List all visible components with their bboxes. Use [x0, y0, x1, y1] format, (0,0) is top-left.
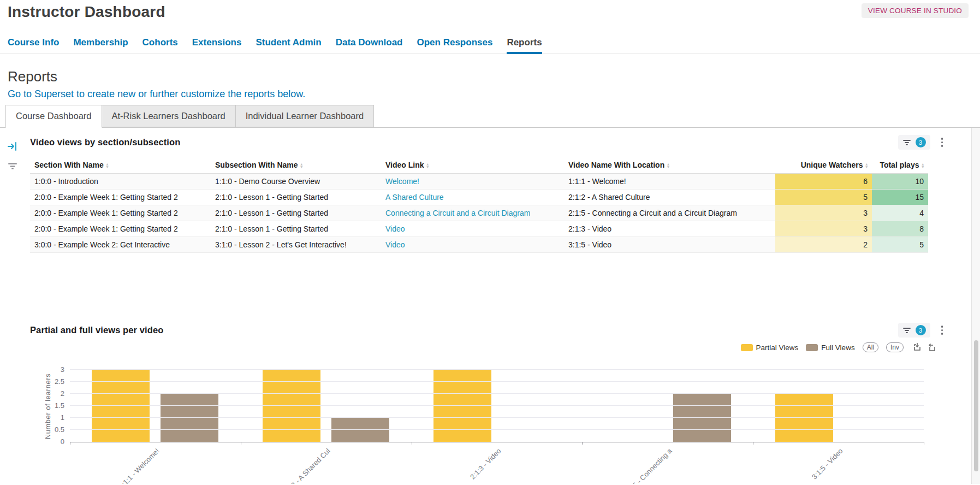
gridline — [70, 381, 924, 382]
superset-link[interactable]: Go to Superset to create new or further … — [8, 88, 305, 100]
video-link-cell: Video — [381, 237, 564, 253]
x-axis-label: 2:1:2 - A Shared Cul — [233, 447, 331, 484]
instructor-nav: Course InfoMembershipCohortsExtensionsSt… — [0, 34, 980, 54]
page-header: Instructor Dashboard VIEW COURSE IN STUD… — [0, 0, 980, 22]
column-header[interactable]: Video Name With Location▴▾ — [564, 157, 775, 174]
chart-card-title: Partial and full views per video — [30, 325, 163, 335]
video-name-cell: 1:1:1 - Welcome! — [564, 174, 775, 190]
legend-item-full-views[interactable]: Full Views — [806, 344, 854, 352]
column-header[interactable]: Section With Name▴▾ — [30, 157, 211, 174]
sort-icon: ▴▾ — [667, 163, 669, 168]
nav-item-data-download[interactable]: Data Download — [336, 34, 403, 54]
video-link[interactable]: Video — [385, 240, 405, 249]
table-row: 2:0:0 - Example Week 1: Getting Started … — [30, 205, 928, 221]
video-link-cell: Video — [381, 221, 564, 237]
more-options-icon[interactable] — [938, 137, 947, 148]
sort-icon: ▴▾ — [106, 163, 109, 168]
unique-watchers-cell: 3 — [775, 205, 872, 221]
partial-full-views-chart-card: Partial and full views per video 3 Parti… — [30, 323, 963, 484]
legend-all-button[interactable]: All — [863, 342, 878, 352]
nav-item-extensions[interactable]: Extensions — [192, 34, 242, 54]
dashboard-body: Video views by section/subsection 3 — [0, 128, 980, 484]
legend-item-partial-views[interactable]: Partial Views — [741, 344, 799, 352]
bar-group — [241, 370, 412, 442]
legend-label: Partial Views — [756, 344, 799, 352]
column-header[interactable]: Unique Watchers▴▾ — [775, 157, 872, 174]
bar-partial-views — [433, 370, 491, 442]
nav-item-course-info[interactable]: Course Info — [8, 34, 59, 54]
legend-inv-button[interactable]: Inv — [886, 342, 904, 352]
x-axis-labels: 1:1:1 - Welcome!2:1:2 - A Shared Cul2:1:… — [70, 442, 924, 484]
dashboard-scrollbar — [971, 128, 980, 484]
view-course-in-studio-button[interactable]: VIEW COURSE IN STUDIO — [862, 3, 969, 18]
bar-partial-views — [263, 370, 320, 442]
total-plays-cell: 15 — [872, 190, 928, 205]
more-options-icon[interactable] — [938, 324, 947, 336]
video-link[interactable]: Connecting a Circuit and a Circuit Diagr… — [385, 209, 530, 217]
column-header[interactable]: Video Link▴▾ — [381, 157, 564, 174]
nav-item-reports[interactable]: Reports — [507, 34, 542, 54]
tab-individual-learner-dashboard[interactable]: Individual Learner Dashboard — [236, 105, 374, 127]
legend-label: Full Views — [821, 344, 854, 352]
tab-course-dashboard[interactable]: Course Dashboard — [5, 105, 102, 128]
bar-group — [582, 394, 753, 442]
section-cell: 1:0:0 - Introduction — [30, 174, 211, 190]
x-tick — [924, 442, 924, 445]
tab-at-risk-learners-dashboard[interactable]: At-Risk Learners Dashboard — [102, 105, 236, 127]
nav-item-membership[interactable]: Membership — [73, 34, 128, 54]
nav-item-cohorts[interactable]: Cohorts — [142, 34, 178, 54]
subsection-cell: 1:1:0 - Demo Course Overview — [211, 174, 381, 190]
chart-legend: Partial ViewsFull Views All Inv — [30, 342, 936, 352]
sort-icon: ▴▾ — [301, 163, 303, 168]
column-header[interactable]: Subsection With Name▴▾ — [211, 157, 381, 174]
column-header[interactable]: Total plays▴▾ — [872, 157, 928, 174]
scrollbar-thumb[interactable] — [974, 340, 978, 471]
filter-count-badge: 3 — [916, 137, 926, 147]
zoom-select-icon[interactable] — [912, 343, 922, 352]
unique-watchers-cell: 2 — [775, 237, 872, 253]
expand-filters-icon[interactable] — [7, 141, 18, 152]
filter-rail — [0, 128, 25, 484]
section-cell: 2:0:0 - Example Week 1: Getting Started … — [30, 205, 211, 221]
video-link[interactable]: Welcome! — [385, 177, 419, 186]
x-axis-label: 2:1:3 - Video — [404, 447, 502, 484]
x-axis-label: 3:1:5 - Video — [746, 447, 844, 484]
video-name-cell: 3:1:5 - Video — [564, 237, 775, 253]
bar-full-views — [161, 394, 218, 442]
y-tick-label: 1 — [61, 413, 64, 422]
page-title: Instructor Dashboard — [8, 3, 969, 21]
table-row: 3:0:0 - Example Week 2: Get Interactive3… — [30, 237, 928, 253]
bar-group — [70, 370, 241, 442]
funnel-icon — [902, 138, 911, 147]
video-name-cell: 2:1:3 - Video — [564, 221, 775, 237]
y-tick-label: 3 — [61, 365, 64, 374]
reports-heading: Reports — [8, 68, 972, 85]
total-plays-cell: 8 — [872, 221, 928, 237]
gridline — [70, 369, 924, 370]
video-link[interactable]: Video — [385, 224, 405, 233]
bar-partial-views — [775, 394, 833, 442]
bar-full-views — [331, 418, 389, 442]
nav-item-student-admin[interactable]: Student Admin — [256, 34, 321, 54]
video-link[interactable]: A Shared Culture — [385, 193, 444, 202]
bar-group — [753, 394, 924, 442]
nav-item-open-responses[interactable]: Open Responses — [417, 34, 493, 54]
unique-watchers-cell: 3 — [775, 221, 872, 237]
video-views-table-card: Video views by section/subsection 3 — [30, 135, 963, 253]
filter-funnel-icon[interactable] — [7, 161, 18, 171]
zoom-reset-icon[interactable] — [927, 343, 936, 352]
gridline — [70, 405, 924, 406]
legend-swatch — [741, 344, 753, 351]
video-name-cell: 2:1:2 - A Shared Culture — [564, 190, 775, 205]
video-name-cell: 2:1:5 - Connecting a Circuit and a Circu… — [564, 205, 775, 221]
dashboard-content: Video views by section/subsection 3 — [25, 128, 971, 484]
sort-icon: ▴▾ — [427, 163, 429, 168]
y-tick-label: 2.5 — [55, 377, 64, 386]
table-card-title: Video views by section/subsection — [30, 137, 180, 147]
table-row: 1:0:0 - Introduction1:1:0 - Demo Course … — [30, 174, 928, 190]
chart-filter-chip[interactable]: 3 — [898, 323, 930, 338]
bar-group — [412, 370, 583, 442]
table-filter-chip[interactable]: 3 — [898, 135, 930, 150]
gridline — [70, 393, 924, 394]
bar-partial-views — [92, 370, 150, 442]
